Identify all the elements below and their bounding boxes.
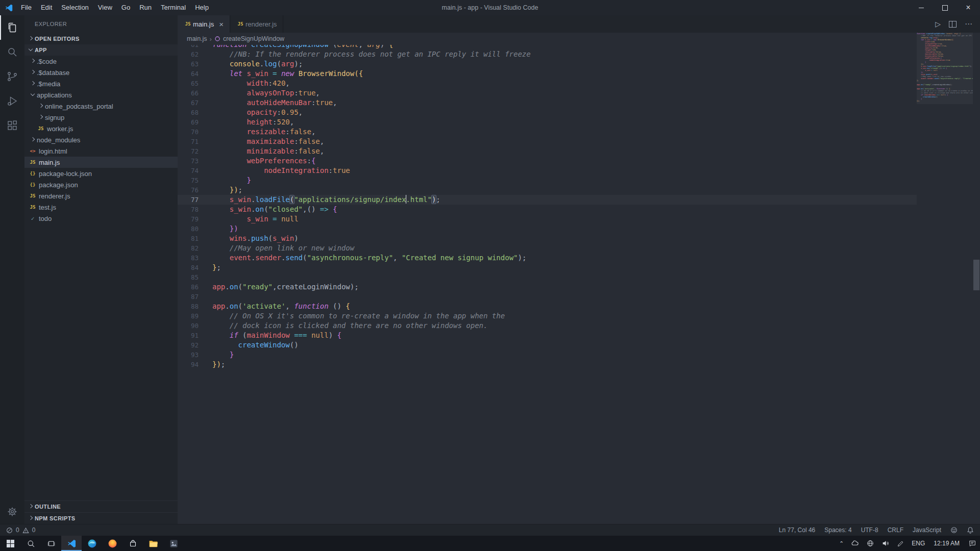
- minimize-button[interactable]: [910, 0, 933, 15]
- problems-indicator[interactable]: 0 0: [6, 527, 35, 534]
- line-number[interactable]: 86: [178, 282, 212, 292]
- search-icon[interactable]: [0, 40, 24, 64]
- tree-item-.$media[interactable]: .$media: [24, 78, 178, 89]
- tree-item-signup[interactable]: signup: [24, 112, 178, 123]
- tree-item-todo[interactable]: ✓todo: [24, 213, 178, 224]
- code-line[interactable]: 62 //NB: If the renderer process does no…: [178, 49, 917, 59]
- tree-item-package.json[interactable]: {}package.json: [24, 179, 178, 190]
- line-number[interactable]: 71: [178, 137, 212, 146]
- section-app[interactable]: APP: [24, 44, 178, 56]
- language-mode-indicator[interactable]: JavaScript: [913, 527, 941, 534]
- code-line[interactable]: 84};: [178, 263, 917, 272]
- menu-view[interactable]: View: [93, 0, 117, 15]
- pen-ink-icon[interactable]: [893, 536, 908, 551]
- tree-item-.$code[interactable]: .$code: [24, 56, 178, 67]
- line-number[interactable]: 74: [178, 166, 212, 176]
- line-number[interactable]: 89: [178, 311, 212, 321]
- line-number[interactable]: 91: [178, 331, 212, 340]
- line-number[interactable]: 63: [178, 59, 212, 69]
- line-number[interactable]: 87: [178, 292, 212, 302]
- editor-scrollbar[interactable]: [973, 33, 980, 524]
- menu-edit[interactable]: Edit: [36, 0, 57, 15]
- line-col-indicator[interactable]: Ln 77, Col 46: [779, 527, 815, 534]
- line-number[interactable]: 65: [178, 79, 212, 88]
- tree-item-renderer.js[interactable]: JSrenderer.js: [24, 190, 178, 202]
- eol-indicator[interactable]: CRLF: [888, 527, 903, 534]
- line-number[interactable]: 84: [178, 263, 212, 272]
- line-number[interactable]: 62: [178, 49, 212, 59]
- code-line[interactable]: 78 s_win.on("closed",() => {: [178, 205, 917, 214]
- code-line[interactable]: 82 //May open link or new window: [178, 243, 917, 253]
- spaces-indicator[interactable]: Spaces: 4: [824, 527, 851, 534]
- close-button[interactable]: ×: [957, 0, 980, 15]
- code-line[interactable]: 69 height:520,: [178, 117, 917, 127]
- section-npm-scripts[interactable]: NPM SCRIPTS: [24, 512, 178, 524]
- run-debug-icon[interactable]: [0, 89, 24, 113]
- encoding-indicator[interactable]: UTF-8: [861, 527, 878, 534]
- task-view-button[interactable]: [41, 536, 61, 551]
- code-line[interactable]: 88app.on('activate', function () {: [178, 302, 917, 311]
- code-line[interactable]: 94});: [178, 360, 917, 369]
- clock[interactable]: 12:19 AM: [928, 536, 965, 551]
- code-line[interactable]: 85: [178, 272, 917, 282]
- tree-item-main.js[interactable]: JSmain.js: [24, 157, 178, 168]
- scrollbar-thumb[interactable]: [973, 260, 979, 290]
- tab-main.js[interactable]: JSmain.js×: [178, 15, 230, 33]
- code-editor[interactable]: 61function createSignUpWindow (event, ar…: [178, 45, 917, 524]
- line-number[interactable]: 73: [178, 156, 212, 166]
- line-number[interactable]: 66: [178, 88, 212, 98]
- code-line[interactable]: 83 event.sender.send("asynchronous-reply…: [178, 253, 917, 263]
- line-number[interactable]: 88: [178, 302, 212, 311]
- code-line[interactable]: 91 if (mainWindow === null) {: [178, 331, 917, 340]
- code-line[interactable]: 92 createWindow(): [178, 340, 917, 350]
- section-outline[interactable]: OUTLINE: [24, 500, 178, 512]
- menu-terminal[interactable]: Terminal: [156, 0, 190, 15]
- breadcrumb-item[interactable]: main.js: [187, 35, 207, 42]
- explorer-icon[interactable]: [0, 15, 24, 40]
- code-line[interactable]: 63 console.log(arg);: [178, 59, 917, 69]
- code-line[interactable]: 70 resizable:false,: [178, 127, 917, 137]
- tree-item-package-lock.json[interactable]: {}package-lock.json: [24, 168, 178, 179]
- line-number[interactable]: 61: [178, 45, 212, 49]
- line-number[interactable]: 80: [178, 224, 212, 234]
- menu-go[interactable]: Go: [117, 0, 135, 15]
- source-control-icon[interactable]: [0, 64, 24, 89]
- line-number[interactable]: 64: [178, 69, 212, 79]
- tree-item-login.html[interactable]: <>login.html: [24, 145, 178, 157]
- taskbar-app-vscode[interactable]: [61, 536, 82, 551]
- menu-run[interactable]: Run: [135, 0, 156, 15]
- code-line[interactable]: 66 alwaysOnTop:true,: [178, 88, 917, 98]
- breadcrumb-item[interactable]: createSignUpWindow: [223, 35, 284, 42]
- code-line[interactable]: 71 maximizable:false,: [178, 137, 917, 146]
- line-number[interactable]: 90: [178, 321, 212, 331]
- maximize-button[interactable]: [933, 0, 957, 15]
- line-number[interactable]: 79: [178, 214, 212, 224]
- volume-icon[interactable]: [878, 536, 893, 551]
- code-line[interactable]: 74 nodeIntegration:true: [178, 166, 917, 176]
- code-line[interactable]: 76 });: [178, 185, 917, 195]
- taskbar-app-photos[interactable]: [163, 536, 184, 551]
- settings-gear-icon[interactable]: [0, 499, 24, 524]
- line-number[interactable]: 82: [178, 243, 212, 253]
- line-number[interactable]: 77: [178, 195, 212, 205]
- hidden-icons-chevron-icon[interactable]: ⌃: [836, 536, 847, 551]
- line-number[interactable]: 67: [178, 98, 212, 108]
- code-line[interactable]: 64 let s_win = new BrowserWindow({: [178, 69, 917, 79]
- code-line[interactable]: 89 // On OS X it's common to re-create a…: [178, 311, 917, 321]
- taskbar-app-edge[interactable]: [82, 536, 102, 551]
- taskbar-search-button[interactable]: [20, 536, 41, 551]
- line-number[interactable]: 76: [178, 185, 212, 195]
- line-number[interactable]: 68: [178, 108, 212, 117]
- split-editor-icon[interactable]: [949, 21, 957, 28]
- tree-item-test.js[interactable]: JStest.js: [24, 202, 178, 213]
- tree-item-online_podcasts_portal[interactable]: online_podcasts_portal: [24, 101, 178, 112]
- line-number[interactable]: 83: [178, 253, 212, 263]
- line-number[interactable]: 92: [178, 340, 212, 350]
- code-line[interactable]: 79 s_win = null: [178, 214, 917, 224]
- code-line[interactable]: 72 minimizable:false,: [178, 146, 917, 156]
- tab-renderer.js[interactable]: JSrenderer.js: [230, 15, 283, 33]
- code-line[interactable]: 75 }: [178, 176, 917, 185]
- code-line[interactable]: 86app.on("ready",createLoginWindow);: [178, 282, 917, 292]
- line-number[interactable]: 85: [178, 272, 212, 282]
- language-indicator[interactable]: ENG: [908, 536, 928, 551]
